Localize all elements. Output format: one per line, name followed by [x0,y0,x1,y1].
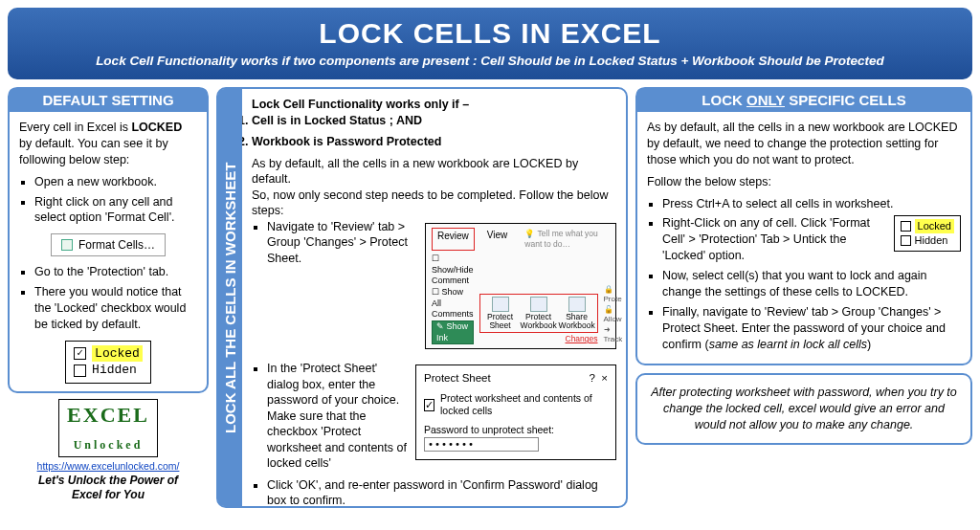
locked-label: Locked [915,219,954,233]
protect-sheet-dialog-figure: Protect Sheet ? × Protect worksheet and … [415,364,616,460]
ribbon-changes-group: ProtectSheet ProtectWorkbook ShareWorkbo… [479,294,598,334]
excel-ribbon-figure: Review View 💡 Tell me what you want to d… [425,223,616,350]
panel-lock-specific-cells: LOCK ONLY SPECIFIC CELLS As by default, … [635,87,972,365]
step: Right click on any cell and select optio… [34,194,197,227]
tell-me-box: 💡 Tell me what you want to do… [520,228,610,251]
paragraph: As by default, all the cells in a new wo… [252,156,616,188]
panel-title-vertical: LOCK ALL THE CELLS IN WORKSHEET [218,89,242,506]
hidden-label: Hidden [92,362,137,379]
tagline: Let's Unlock the Power of Excel for You [8,474,209,502]
intro-text: Every cell in Excel is LOCKED by default… [19,120,197,168]
step: Click 'OK', and re-enter password in 'Co… [267,477,616,509]
dialog-checkbox-label: Protect worksheet and contents of locked… [440,392,608,419]
page-title: LOCK CELLS IN EXCEL [19,17,961,50]
checkbox-icon [74,364,86,377]
panel-title: LOCK ONLY SPECIFIC CELLS [636,88,971,112]
page-subtitle: Lock Cell Functionality works if two com… [19,54,961,68]
format-cells-menu-item: Format Cells… [51,233,166,256]
ribbon-group-label: Changes [479,334,598,344]
dialog-title: Protect Sheet [424,371,491,386]
hidden-label: Hidden [915,233,948,248]
locked-label: Locked [92,345,143,363]
checkbox-icon [901,221,911,232]
format-cells-icon [61,239,73,251]
condition: Workbook is Password Protected [252,134,616,150]
step: Press Ctrl+A to select all cells in work… [662,196,961,212]
ribbon-comment-options: ☐ Show/Hide Comment ☐ Show All Comments … [432,254,474,345]
password-field [424,437,539,452]
protect-sheet-button: ProtectSheet [482,297,519,331]
conditions-heading: Lock Cell Functionality works only if – [252,97,616,113]
locked-hidden-figure: Locked Hidden [894,215,961,252]
tab-review: Review [432,228,475,251]
brand-url-link[interactable]: https://www.excelunlocked.com/ [37,460,180,472]
help-icon: ? [589,372,594,384]
menu-label: Format Cells… [78,237,155,253]
locked-checkbox-figure: Locked Hidden [65,341,151,384]
panel-title: DEFAULT SETTING [9,88,208,112]
brand-logo-block: EXCEL Unlocked https://www.excelunlocked… [8,399,209,502]
header-banner: LOCK CELLS IN EXCEL Lock Cell Functional… [8,8,972,79]
step: Navigate to 'Review' tab > Group 'Change… [267,219,616,356]
step: Right-Click on any of cell. Click 'Forma… [662,215,961,264]
checkbox-icon [901,235,911,246]
condition: Cell is in Locked Status ; AND [252,113,616,129]
paragraph: As by default, all the cells in a new wo… [647,120,961,168]
step: Finally, navigate to 'Review' tab > Grou… [662,304,961,353]
password-label: Password to unprotect sheet: [424,424,608,437]
panel-lock-all-cells: LOCK ALL THE CELLS IN WORKSHEET Lock Cel… [216,87,628,508]
checkbox-icon [424,399,434,411]
brand-mark: EXCEL Unlocked [58,399,158,457]
step: There you would notice that the 'Locked'… [34,284,197,333]
checkbox-icon [74,347,86,360]
step: In the 'Protect Sheet' dialog box, enter… [267,361,616,472]
paragraph: Follow the below steps: [647,174,961,190]
step: Go to the 'Protection' tab. [34,264,197,280]
paragraph: So, now only second step needs to be com… [252,188,616,219]
close-icon: × [601,372,608,384]
step: Open a new workbook. [34,174,197,190]
tab-view: View [482,228,513,251]
footer-note: After protecting worksheet with password… [635,373,972,445]
step: Now, select cell(s) that you want to loc… [662,268,961,300]
share-workbook-button: ShareWorkbook [559,297,595,331]
panel-default-setting: DEFAULT SETTING Every cell in Excel is L… [8,87,209,393]
protect-workbook-button: ProtectWorkbook [521,297,557,331]
